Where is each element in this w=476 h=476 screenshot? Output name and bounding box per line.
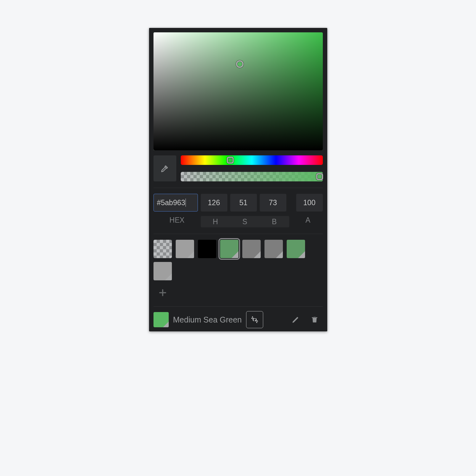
eyedropper-button[interactable] (153, 155, 176, 181)
trash-icon (310, 316, 319, 324)
saturation-value-area[interactable] (153, 32, 323, 150)
color-picker-panel: #5ab963 126 51 73 100 HEX H S B A (149, 28, 327, 331)
current-swatch[interactable] (153, 312, 169, 327)
color-name-label: Medium Sea Green (173, 315, 242, 324)
hue-thumb[interactable] (227, 157, 234, 164)
eyedropper-icon (160, 164, 169, 173)
edit-button[interactable] (287, 311, 304, 328)
unlink-icon (250, 315, 259, 324)
swatch-4[interactable] (242, 240, 261, 258)
swatch-0[interactable] (153, 240, 172, 258)
s-label: S (230, 218, 260, 226)
alpha-thumb[interactable] (316, 173, 323, 180)
swatch-3[interactable] (220, 240, 238, 258)
hex-value: #5ab963 (157, 199, 186, 207)
saturation-input[interactable]: 51 (230, 194, 257, 212)
swatch-7[interactable] (153, 262, 172, 280)
plus-icon (158, 288, 167, 297)
delete-button[interactable] (306, 311, 323, 328)
hex-input[interactable]: #5ab963 (153, 194, 198, 212)
brightness-input[interactable]: 73 (260, 194, 286, 212)
pencil-icon (291, 316, 300, 324)
add-swatch-button[interactable] (153, 284, 172, 302)
hex-label: HEX (153, 216, 201, 227)
b-label: B (260, 218, 289, 226)
alpha-input[interactable]: 100 (296, 194, 323, 212)
hue-slider[interactable] (181, 155, 323, 165)
hue-input[interactable]: 126 (201, 194, 227, 212)
alpha-slider[interactable] (181, 172, 323, 181)
swatch-5[interactable] (264, 240, 283, 258)
swatch-2[interactable] (198, 240, 216, 258)
unlink-button[interactable] (246, 311, 263, 328)
a-label: A (293, 216, 323, 227)
sv-cursor[interactable] (236, 60, 244, 68)
color-value-fields: #5ab963 126 51 73 100 (153, 194, 323, 212)
swatch-1[interactable] (176, 240, 194, 258)
h-label: H (201, 218, 230, 226)
hsb-mode-toggle[interactable]: H S B (201, 216, 289, 227)
swatch-list (153, 240, 323, 280)
swatch-6[interactable] (287, 240, 305, 258)
